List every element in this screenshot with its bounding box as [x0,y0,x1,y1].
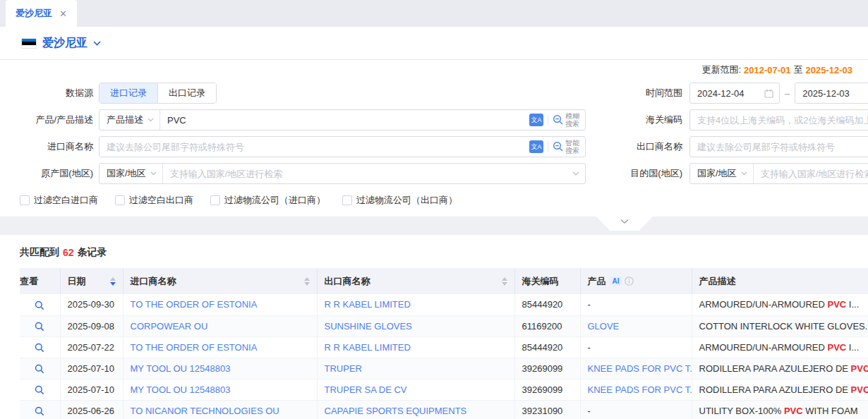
exporter-link[interactable]: TRUPER [325,363,362,374]
update-range-to-word: 至 [794,63,803,76]
exporter-link[interactable]: TRUPER SA DE CV [325,384,407,395]
results-summary: 共匹配到 62 条记录 [20,246,868,259]
importer-name-input[interactable] [100,142,529,152]
checkbox-filter-logistics-importer[interactable]: 过滤物流公司（进口商） [210,194,325,207]
tab-bar: 爱沙尼亚 ✕ [0,0,868,27]
smart-search-toggle[interactable]: 智能搜索 [553,139,581,155]
exporter-link[interactable]: R R KABEL LIMITED [325,299,411,310]
hs-code-cell: 39269099 [514,379,580,400]
fuzzy-search-toggle[interactable]: 模糊搜索 [553,112,581,128]
exporter-link[interactable]: CAPAPIE SPORTS EQUIPMENTS [325,406,467,416]
table-row: 2025-07-10MY TOOL OU 12548803TRUPER39269… [20,358,868,379]
product-cell: - [588,342,591,353]
date-separator: – [780,88,795,99]
column-header-label: 进口商名称 [131,275,176,288]
checkbox-icon[interactable] [115,195,125,205]
divider [548,141,548,152]
view-record-button[interactable] [35,364,44,374]
checkbox-icon[interactable] [210,195,220,205]
destination-country-input[interactable] [754,169,868,179]
product-link[interactable]: GLOVE [588,321,620,332]
fuzzy-search-label: 模糊搜索 [565,112,581,128]
column-header-label: 海关编码 [522,275,559,288]
collapse-filters-button[interactable] [596,217,653,231]
origin-type-select[interactable]: 国家/地区 [100,164,163,183]
checkbox-icon[interactable] [20,195,30,205]
product-link[interactable]: KNEE PADS FOR PVC T... [588,363,692,374]
export-records-button[interactable]: 出口记录 [157,83,216,103]
end-date-input[interactable]: 2025-12-03 [795,83,868,104]
importer-link[interactable]: TO THE ORDER OF ESTONIA [131,342,258,353]
exporter-label: 出口商名称 [586,140,689,153]
checkbox-filter-logistics-exporter[interactable]: 过滤物流公司（出口商） [342,194,457,207]
hs-code-cell: 61169200 [514,315,580,336]
description-cell: RODILLERA PARA AZULEJERO DE PVC [692,379,868,400]
column-header-label: 产品描述 [699,275,736,288]
importer-link[interactable]: MY TOOL OU 12548803 [131,363,231,374]
column-header-label: 出口商名称 [325,275,370,288]
importer-link[interactable]: TO NICANOR TECHNOLOGIES OU [131,406,279,416]
summary-prefix: 共匹配到 [20,246,59,259]
sort-control[interactable] [299,277,310,286]
origin-input-group: 国家/地区 [99,163,586,184]
close-icon[interactable]: ✕ [59,9,67,18]
tab-estonia[interactable]: 爱沙尼亚 ✕ [6,0,77,27]
start-date-input[interactable]: 2024-12-04 [689,83,780,104]
country-selector[interactable]: 爱沙尼亚 [0,27,868,59]
hs-code-input-box [689,109,868,130]
checkbox-label: 过滤空白进口商 [34,194,98,207]
exporter-name-input[interactable] [690,142,868,152]
end-date-value: 2025-12-03 [802,88,865,99]
checkbox-label: 过滤物流公司（出口商） [356,194,457,207]
info-icon[interactable] [625,277,634,286]
date-cell: 2025-09-08 [60,315,123,336]
origin-label: 原产国(地区) [0,167,99,180]
description-cell: UTILITY BOX-100% PVC WITH FOAM [692,400,868,419]
view-record-button[interactable] [35,406,44,416]
hs-code-cell: 39269099 [514,358,580,379]
magnifier-minus-icon [553,114,564,126]
column-header: 海关编码 [514,268,580,294]
origin-country-input[interactable] [163,169,572,179]
table-row: 2025-09-30TO THE ORDER OF ESTONIAR R KAB… [20,294,868,315]
column-header: 产品AI [580,268,692,294]
checkbox-filter-blank-exporter[interactable]: 过滤空白出口商 [115,194,193,207]
chevron-down-icon [741,171,747,176]
hs-code-input[interactable] [690,115,868,126]
checkbox-filter-blank-importer[interactable]: 过滤空白进口商 [20,194,98,207]
translate-icon[interactable]: 文A [529,140,543,153]
destination-input-group: 国家/地区 [689,163,868,184]
filter-row-2: 产品/产品描述 产品描述 文A 模糊搜索 [0,109,868,130]
exporter-link[interactable]: SUNSHINE GLOVES [325,321,412,332]
keyword-highlight: PVC [851,363,868,374]
view-record-button[interactable] [35,343,44,353]
sort-control[interactable] [104,277,116,286]
product-type-value: 产品描述 [107,114,143,126]
ai-badge: AI [610,277,622,286]
translate-icon[interactable]: 文A [529,114,543,126]
importer-link[interactable]: MY TOOL OU 12548803 [131,384,231,395]
import-records-button[interactable]: 进口记录 [100,83,157,103]
update-range-to: 2025-12-03 [806,65,853,75]
view-record-button[interactable] [35,385,44,395]
destination-type-select[interactable]: 国家/地区 [690,164,754,183]
view-record-button[interactable] [35,300,44,310]
exporter-link[interactable]: R R KABEL LIMITED [325,342,411,353]
checkbox-icon[interactable] [342,195,352,205]
table-header: 查看日期进口商名称出口商名称海关编码产品AI产品描述 [20,268,868,294]
product-link[interactable]: KNEE PADS FOR PVC T... [588,384,692,395]
chevron-down-icon [147,118,154,122]
importer-link[interactable]: CORPOWEAR OU [131,321,208,332]
country-name: 爱沙尼亚 [42,36,88,51]
view-record-button[interactable] [35,322,44,332]
smart-search-label: 智能搜索 [565,139,581,155]
tab-label: 爱沙尼亚 [16,7,52,20]
sort-control[interactable] [496,277,507,286]
product-search-input[interactable] [160,115,529,126]
product-type-select[interactable]: 产品描述 [100,110,160,130]
results-panel: 共匹配到 62 条记录 查看日期进口商名称出口商名称海关编码产品AI产品描述 2… [0,235,868,419]
importer-link[interactable]: TO THE ORDER OF ESTONIA [131,299,258,310]
keyword-highlight: PVC [828,299,847,310]
column-header: 出口商名称 [317,268,514,294]
update-range-label: 更新范围: [701,63,741,76]
